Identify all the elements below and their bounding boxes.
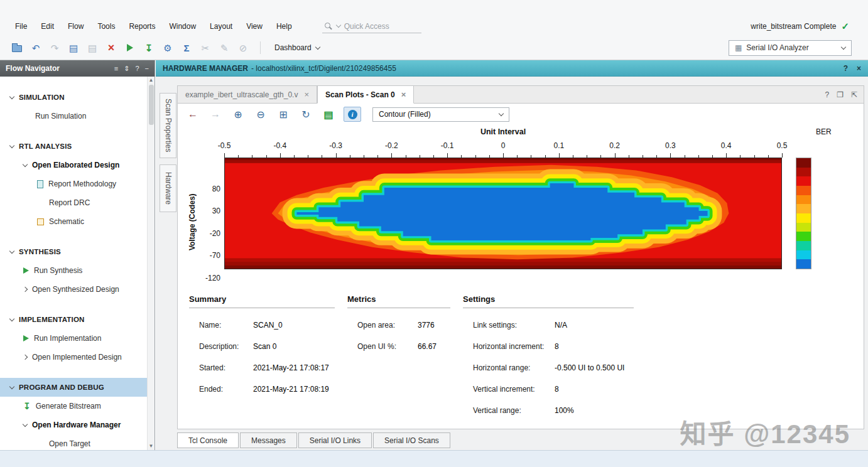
- item-run-synthesis[interactable]: Run Synthesis: [0, 261, 147, 280]
- expand-all-icon[interactable]: ⇕: [124, 65, 129, 73]
- settings-button[interactable]: ⚙: [160, 40, 176, 56]
- item-open-hardware-manager[interactable]: Open Hardware Manager: [0, 416, 147, 434]
- tab-serial-io-scans[interactable]: Serial I/O Scans: [373, 432, 450, 448]
- x-tick-mark: [420, 155, 420, 158]
- report-utilization-button[interactable]: Σ: [178, 40, 195, 56]
- flow-navigator-scrollbar[interactable]: ▲ ▼: [147, 77, 155, 450]
- plot-type-dropdown[interactable]: Contour (Filled): [372, 107, 509, 122]
- colorbar-segment: [796, 250, 811, 260]
- maximize-icon[interactable]: ⇱: [851, 90, 857, 99]
- collapse-all-icon[interactable]: ≡: [114, 65, 118, 73]
- console-tab-label: Serial I/O Links: [310, 436, 361, 445]
- help-icon[interactable]: ?: [844, 64, 848, 73]
- eye-scan-contour-image[interactable]: [224, 158, 782, 269]
- minimize-icon[interactable]: −: [145, 65, 149, 73]
- tab-example-ibert[interactable]: example_ibert_ultrascale_gth_0.v ×: [178, 86, 317, 103]
- x-tick-mark: [768, 155, 769, 158]
- dashboard-dropdown[interactable]: Dashboard: [269, 41, 325, 55]
- menu-flow[interactable]: Flow: [62, 19, 90, 33]
- info-button[interactable]: i: [344, 107, 361, 122]
- item-open-elaborated-design[interactable]: Open Elaborated Design: [0, 156, 147, 174]
- quick-access-placeholder: Quick Access: [344, 22, 389, 31]
- zoom-in-button[interactable]: ⊕: [231, 107, 246, 122]
- section-implementation[interactable]: IMPLEMENTATION: [0, 310, 147, 329]
- item-report-drc[interactable]: Report DRC: [0, 193, 147, 212]
- tab-serial-io-links[interactable]: Serial I/O Links: [298, 432, 372, 448]
- x-tick-label: -0.2: [385, 141, 398, 150]
- section-simulation[interactable]: SIMULATION: [0, 88, 147, 107]
- item-generate-bitstream[interactable]: ↧ Generate Bitstream: [0, 397, 147, 416]
- scroll-up-icon[interactable]: ▲: [149, 77, 154, 83]
- plot-toolbar: ← → ⊕ ⊖ ⊞ ↻ ▤ i Contour (Filled): [178, 104, 864, 125]
- x-tick-mark: [545, 155, 546, 158]
- x-tick-mark: [322, 155, 322, 158]
- field-label: Horizontal range:: [473, 363, 555, 372]
- item-run-implementation[interactable]: Run Implementation: [0, 329, 147, 348]
- layout-selector-dropdown[interactable]: ▦ Serial I/O Analyzer: [729, 40, 852, 56]
- item-open-synthesized-design[interactable]: Open Synthesized Design: [0, 280, 147, 299]
- copy-button[interactable]: ▤: [65, 40, 82, 56]
- section-program-and-debug[interactable]: PROGRAM AND DEBUG: [0, 378, 147, 397]
- refresh-button[interactable]: ↻: [298, 107, 313, 122]
- tab-scan-plots-scan0[interactable]: Scan Plots - Scan 0 ×: [317, 86, 414, 104]
- field-label: Open UI %:: [357, 342, 418, 351]
- help-icon[interactable]: ?: [135, 65, 139, 73]
- run-button[interactable]: [122, 40, 138, 56]
- x-tick-label: 0: [501, 141, 506, 150]
- help-icon[interactable]: ?: [825, 90, 829, 99]
- back-button[interactable]: ←: [185, 107, 200, 122]
- redo-button[interactable]: ↷: [46, 40, 63, 56]
- close-icon[interactable]: ×: [304, 90, 309, 99]
- flow-navigator-body: SIMULATION Run Simulation RTL ANALYSIS O…: [0, 77, 155, 450]
- field-value: 8: [555, 342, 559, 351]
- tab-scan-properties[interactable]: Scan Properties: [160, 93, 176, 158]
- scrollbar-thumb[interactable]: [149, 85, 154, 125]
- item-open-implemented-design[interactable]: Open Implemented Design: [0, 348, 147, 367]
- undo-button[interactable]: ↶: [28, 40, 44, 56]
- scroll-down-icon[interactable]: ▼: [149, 443, 154, 449]
- search-icon: [325, 22, 333, 30]
- eye-scan-plot: Voltage (Codes) 8030-20-70-120 Unit Inte…: [188, 127, 864, 279]
- field-label: Started:: [199, 363, 253, 372]
- item-schematic[interactable]: Schematic: [0, 212, 147, 231]
- item-run-simulation[interactable]: Run Simulation: [0, 107, 147, 126]
- panel-title: Summary: [189, 294, 335, 308]
- menu-help[interactable]: Help: [270, 19, 298, 33]
- annotate-button[interactable]: ✎: [216, 40, 232, 56]
- section-synthesis[interactable]: SYNTHESIS: [0, 242, 147, 261]
- disabled-tool-button[interactable]: ⊘: [235, 40, 251, 56]
- forward-button[interactable]: →: [208, 107, 223, 122]
- delete-button[interactable]: ×: [103, 40, 119, 56]
- tab-messages[interactable]: Messages: [240, 432, 297, 448]
- menu-tools[interactable]: Tools: [91, 19, 121, 33]
- menu-edit[interactable]: Edit: [35, 19, 60, 33]
- export-button[interactable]: ▤: [321, 107, 336, 122]
- float-window-icon[interactable]: ❐: [837, 90, 844, 99]
- open-project-button[interactable]: [9, 40, 25, 56]
- zoom-out-button[interactable]: ⊖: [253, 107, 268, 122]
- quick-access-search[interactable]: Quick Access: [322, 20, 421, 33]
- tab-hardware[interactable]: Hardware: [160, 164, 176, 212]
- item-open-target[interactable]: Open Target: [0, 434, 147, 450]
- menu-layout[interactable]: Layout: [203, 19, 239, 33]
- paste-button[interactable]: ▤: [84, 40, 100, 56]
- colorbar-segment: [796, 176, 811, 186]
- cut-button[interactable]: ✂: [197, 40, 214, 56]
- zoom-fit-button[interactable]: ⊞: [276, 107, 291, 122]
- x-axis-title: Unit Interval: [224, 127, 782, 140]
- close-icon[interactable]: ×: [401, 90, 406, 99]
- program-device-button[interactable]: ↧: [141, 40, 157, 56]
- menu-file[interactable]: File: [9, 19, 33, 33]
- menu-view[interactable]: View: [240, 19, 269, 33]
- tab-tcl-console[interactable]: Tcl Console: [177, 432, 239, 448]
- section-rtl-analysis[interactable]: RTL ANALYSIS: [0, 137, 147, 156]
- item-report-methodology[interactable]: Report Methodology: [0, 174, 147, 193]
- field-label: Name:: [199, 321, 253, 330]
- menu-reports[interactable]: Reports: [122, 19, 161, 33]
- close-icon[interactable]: ×: [857, 64, 861, 73]
- side-tab-label: Scan Properties: [164, 99, 173, 152]
- menu-window[interactable]: Window: [163, 19, 202, 33]
- field-label: Horizontal increment:: [473, 342, 555, 351]
- x-tick-mark: [643, 155, 643, 158]
- chevron-down-icon: [9, 248, 14, 253]
